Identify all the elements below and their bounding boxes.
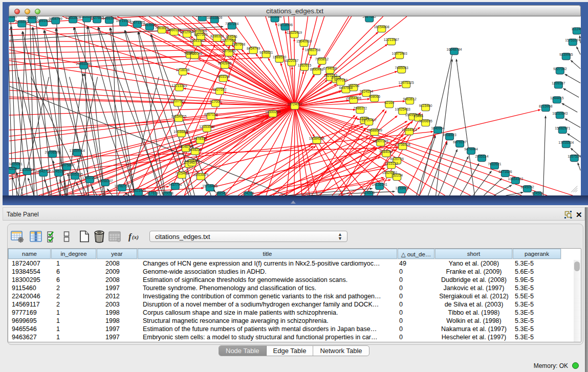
svg-text:108065: 108065 (368, 95, 380, 98)
svg-text:1145190: 1145190 (52, 169, 66, 172)
svg-text:7632621: 7632621 (488, 162, 502, 165)
svg-text:6879197: 6879197 (453, 140, 467, 143)
svg-text:14099489: 14099489 (184, 159, 200, 162)
svg-text:9457791: 9457791 (168, 182, 182, 186)
svg-text:1405572: 1405572 (15, 20, 29, 24)
svg-text:8215958: 8215958 (539, 104, 553, 108)
svg-text:2867608: 2867608 (232, 42, 246, 46)
svg-text:9054799: 9054799 (49, 17, 62, 20)
svg-text:9699695: 9699695 (419, 119, 432, 123)
svg-text:15720407: 15720407 (361, 118, 377, 122)
svg-text:7625402: 7625402 (175, 171, 189, 174)
svg-text:10958107: 10958107 (97, 179, 113, 182)
svg-text:1640954: 1640954 (431, 126, 445, 129)
svg-text:12942757: 12942757 (36, 169, 51, 172)
svg-text:15640910: 15640910 (296, 39, 312, 43)
svg-text:10654112: 10654112 (508, 177, 524, 180)
svg-text:1733426: 1733426 (395, 186, 409, 189)
svg-text:9327503: 9327503 (194, 33, 208, 36)
svg-text:15692971: 15692971 (555, 126, 570, 129)
svg-text:20953346: 20953346 (76, 62, 92, 65)
svg-text:23420046: 23420046 (187, 52, 202, 55)
svg-text:12505135: 12505135 (68, 172, 83, 176)
svg-text:104206: 104206 (243, 191, 254, 194)
svg-text:16961758: 16961758 (305, 48, 320, 52)
svg-text:8878334: 8878334 (193, 136, 207, 140)
svg-text:1209387: 1209387 (552, 81, 565, 85)
svg-text:12353594: 12353594 (199, 124, 214, 128)
svg-text:1615112: 1615112 (385, 161, 398, 165)
svg-text:9146821: 9146821 (259, 51, 273, 54)
svg-text:2603144: 2603144 (216, 75, 230, 78)
svg-text:8454749: 8454749 (247, 47, 260, 50)
svg-text:10107552: 10107552 (170, 99, 185, 103)
svg-text:111245: 111245 (571, 27, 581, 31)
svg-text:9463612: 9463612 (403, 97, 417, 101)
svg-text:10975887: 10975887 (59, 163, 75, 166)
svg-text:1244415: 1244415 (550, 96, 564, 100)
svg-text:17016504: 17016504 (558, 140, 574, 144)
svg-text:6466160: 6466160 (102, 16, 116, 20)
svg-text:8186328: 8186328 (210, 34, 224, 38)
svg-text:10025433: 10025433 (395, 107, 410, 111)
svg-text:8267130: 8267130 (204, 113, 218, 116)
svg-text:9084067: 9084067 (380, 149, 394, 153)
svg-text:62160: 62160 (384, 101, 394, 104)
svg-text:16210643: 16210643 (552, 112, 568, 115)
svg-text:20364436: 20364436 (346, 96, 361, 100)
svg-text:12213967: 12213967 (384, 38, 399, 41)
svg-text:11156829: 11156829 (19, 167, 34, 171)
svg-text:746266: 746266 (348, 84, 360, 87)
svg-text:14136141: 14136141 (372, 182, 387, 186)
svg-text:184546: 184546 (226, 35, 237, 38)
svg-text:10853809: 10853809 (66, 16, 81, 19)
svg-text:20206576: 20206576 (45, 150, 60, 154)
svg-text:1167534: 1167534 (568, 154, 581, 158)
svg-text:16033809: 16033809 (207, 16, 222, 19)
svg-text:19654925: 19654925 (171, 115, 186, 118)
svg-text:16648784: 16648784 (446, 48, 462, 51)
svg-text:917006: 917006 (210, 100, 222, 103)
svg-text:9245052: 9245052 (520, 185, 534, 188)
svg-text:2935114: 2935114 (475, 154, 489, 158)
svg-text:19218596: 19218596 (277, 23, 293, 27)
svg-text:7357224: 7357224 (225, 22, 239, 26)
svg-text:10688609: 10688609 (367, 128, 382, 132)
svg-text:16914479: 16914479 (193, 172, 208, 176)
svg-text:2718126: 2718126 (176, 68, 190, 72)
svg-text:12213369: 12213369 (171, 84, 187, 87)
svg-text:15716485: 15716485 (202, 184, 217, 187)
svg-text:8938923: 8938923 (443, 133, 456, 136)
svg-text:17957255: 17957255 (82, 176, 97, 179)
svg-text:924505: 924505 (363, 190, 375, 194)
svg-text:8471626: 8471626 (498, 169, 512, 173)
svg-text:917619: 917619 (147, 191, 159, 194)
svg-text:1513507: 1513507 (9, 16, 17, 18)
svg-text:8322037: 8322037 (285, 59, 299, 62)
svg-text:10543382: 10543382 (189, 39, 205, 42)
svg-text:15484: 15484 (413, 114, 423, 118)
svg-text:18907249: 18907249 (373, 139, 388, 142)
svg-text:15751074: 15751074 (565, 38, 580, 42)
svg-text:1588520: 1588520 (273, 55, 287, 59)
svg-text:252254: 252254 (391, 173, 403, 177)
svg-text:17359914: 17359914 (70, 148, 85, 152)
svg-text:19166827: 19166827 (173, 129, 189, 133)
svg-text:12975125: 12975125 (399, 81, 414, 84)
svg-text:9327508: 9327508 (222, 38, 236, 42)
svg-text:8813054: 8813054 (268, 16, 282, 18)
svg-text:9115460: 9115460 (419, 104, 432, 107)
svg-text:391519: 391519 (9, 166, 17, 170)
svg-text:8990448: 8990448 (310, 68, 324, 71)
svg-text:13226055: 13226055 (191, 29, 207, 33)
svg-text:10973493: 10973493 (392, 52, 407, 55)
svg-text:7485063: 7485063 (395, 66, 408, 70)
svg-text:7986372: 7986372 (354, 106, 367, 110)
svg-text:9239965: 9239965 (559, 53, 573, 56)
svg-text:1435001: 1435001 (9, 162, 23, 165)
svg-text:924501: 924501 (532, 191, 543, 194)
svg-text:6794028: 6794028 (323, 67, 337, 70)
svg-text:1362615: 1362615 (298, 63, 312, 67)
svg-text:9777169: 9777169 (334, 78, 348, 82)
svg-text:19654923: 19654923 (402, 127, 417, 131)
